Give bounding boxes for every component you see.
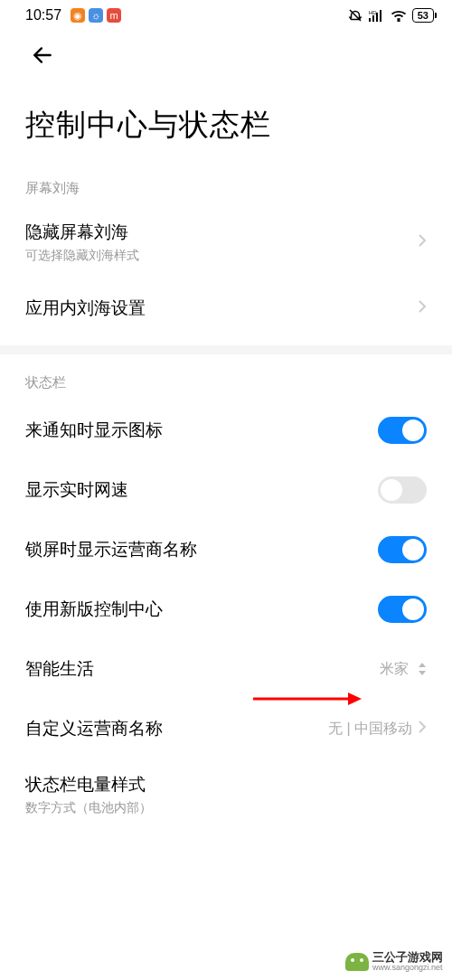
status-app-icons: ◉ ☼ m (71, 8, 121, 23)
row-new-control[interactable]: 使用新版控制中心 (0, 580, 452, 639)
row-notif-icons[interactable]: 来通知时显示图标 (0, 400, 452, 460)
section-divider (0, 345, 452, 354)
status-right: HD 53 (347, 7, 434, 24)
row-title: 状态栏电量样式 (25, 773, 152, 796)
svg-rect-4 (380, 10, 381, 22)
svg-rect-3 (376, 13, 378, 22)
weibo-icon: ◉ (71, 8, 85, 23)
row-subtitle: 数字方式（电池内部） (25, 800, 152, 816)
toggle-carrier-lock[interactable] (378, 536, 427, 563)
status-left: 10:57 ◉ ☼ m (25, 7, 121, 24)
row-value: 米家 (380, 660, 409, 679)
row-title: 隐藏屏幕刘海 (25, 221, 139, 244)
section-header-notch: 屏幕刘海 (0, 167, 452, 206)
chevron-right-icon (418, 720, 427, 738)
svg-text:HD: HD (369, 10, 377, 15)
battery-level: 53 (418, 10, 428, 21)
row-title: 智能生活 (25, 657, 94, 681)
row-subtitle: 可选择隐藏刘海样式 (25, 248, 139, 264)
row-title: 使用新版控制中心 (25, 598, 163, 621)
row-title: 锁屏时显示运营商名称 (25, 538, 197, 561)
chevron-right-icon (418, 299, 427, 317)
toggle-notif-icons[interactable] (378, 417, 427, 444)
page-title: 控制中心与状态栏 (0, 71, 452, 167)
wifi-icon (391, 9, 407, 22)
row-title: 应用内刘海设置 (25, 297, 146, 320)
signal-icon: HD (369, 9, 385, 22)
watermark-title: 三公子游戏网 (372, 951, 443, 964)
row-battery-style[interactable]: 状态栏电量样式 数字方式（电池内部） (0, 759, 452, 831)
status-time: 10:57 (25, 7, 61, 24)
watermark-url: www.sangongzi.net (372, 964, 443, 973)
row-carrier-lock[interactable]: 锁屏时显示运营商名称 (0, 520, 452, 580)
sort-icon (418, 663, 427, 675)
watermark: 三公子游戏网 www.sangongzi.net (345, 951, 443, 973)
battery-icon: 53 (412, 8, 434, 23)
status-bar: 10:57 ◉ ☼ m HD 53 (0, 0, 452, 27)
row-hide-notch[interactable]: 隐藏屏幕刘海 可选择隐藏刘海样式 (0, 206, 452, 278)
row-net-speed[interactable]: 显示实时网速 (0, 460, 452, 520)
row-smart-life[interactable]: 智能生活 米家 (0, 639, 452, 699)
row-value: 无 | 中国移动 (328, 720, 412, 739)
baidu-icon: ☼ (89, 8, 103, 23)
section-header-status: 状态栏 (0, 362, 452, 400)
android-icon (345, 953, 369, 971)
svg-rect-2 (372, 15, 374, 22)
row-title: 来通知时显示图标 (25, 419, 163, 442)
row-title: 自定义运营商名称 (25, 717, 163, 740)
row-title: 显示实时网速 (25, 478, 128, 502)
mute-icon (347, 7, 363, 24)
svg-rect-1 (369, 18, 371, 22)
row-app-notch[interactable]: 应用内刘海设置 (0, 278, 452, 338)
svg-point-5 (398, 20, 400, 22)
back-button[interactable] (0, 27, 452, 71)
toggle-net-speed[interactable] (378, 476, 427, 504)
mi-icon: m (107, 8, 121, 23)
toggle-new-control[interactable] (378, 596, 427, 623)
row-custom-carrier[interactable]: 自定义运营商名称 无 | 中国移动 (0, 699, 452, 759)
chevron-right-icon (418, 233, 427, 251)
